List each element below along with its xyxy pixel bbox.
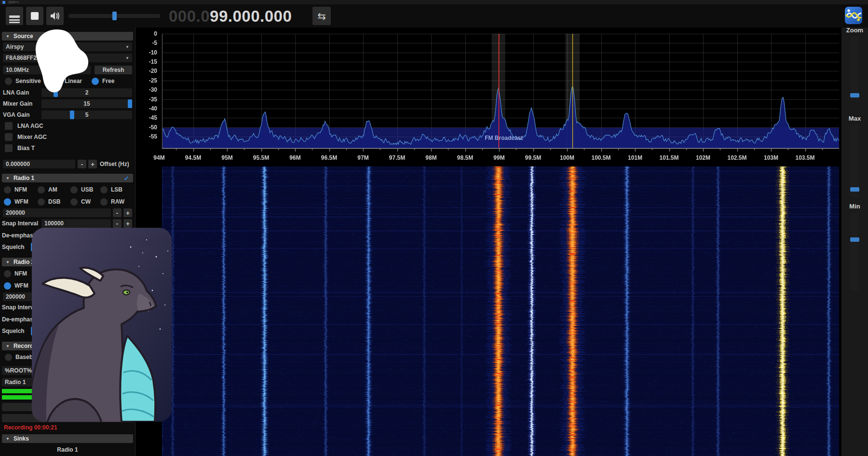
- mode-label: LSB: [111, 186, 122, 193]
- volume-mute-button[interactable]: [46, 7, 64, 25]
- fft-spectrum-plot[interactable]: [135, 28, 841, 166]
- gain-slider-2[interactable]: 5: [41, 111, 132, 119]
- radio2-mode-nfm[interactable]: NFM: [4, 269, 27, 278]
- radio-circle[interactable]: [4, 282, 11, 290]
- checkbox-lna-agc[interactable]: [5, 122, 13, 130]
- radio-circle[interactable]: [70, 198, 78, 206]
- enabled-check-icon[interactable]: ✓: [124, 175, 129, 182]
- radio-circle[interactable]: [100, 198, 108, 206]
- source-panel-header[interactable]: ▼ Source: [2, 32, 133, 41]
- chevron-down-icon: ▼: [125, 45, 129, 49]
- radio1-mode-wfm[interactable]: WFM: [4, 197, 28, 206]
- radio1-snap-minus-button[interactable]: -: [113, 219, 122, 228]
- mode-label: USB: [81, 186, 93, 193]
- mode-label: NFM: [14, 186, 27, 193]
- radio1-bandwidth-input[interactable]: 200000: [3, 208, 111, 217]
- window-titlebar: SDR++: [0, 0, 868, 4]
- gain-mode-linear[interactable]: Linear: [54, 77, 82, 85]
- checkbox-mixer-agc[interactable]: [5, 133, 13, 141]
- radio1-bw-minus-button[interactable]: -: [113, 208, 122, 217]
- radio1-snap-input[interactable]: 100000: [41, 219, 111, 228]
- mode-label: WFM: [14, 282, 28, 289]
- max-slider[interactable]: [851, 124, 859, 197]
- refresh-button[interactable]: Refresh: [95, 66, 132, 74]
- radio1-mode-am[interactable]: AM: [38, 185, 57, 194]
- radio-circle[interactable]: [4, 186, 11, 193]
- gain-value: 5: [41, 111, 132, 119]
- offset-input[interactable]: 0.000000: [3, 160, 75, 168]
- radio-circle[interactable]: [38, 186, 45, 193]
- radio1-mode-nfm[interactable]: NFM: [4, 185, 27, 194]
- radio1-mode-raw[interactable]: RAW: [100, 197, 124, 206]
- radio1-snap-plus-button[interactable]: +: [123, 219, 132, 228]
- window-title: SDR++: [8, 0, 19, 4]
- max-slider-handle[interactable]: [850, 187, 859, 192]
- stop-button[interactable]: [26, 7, 43, 25]
- app-icon: [2, 1, 5, 4]
- min-label: Min: [841, 203, 868, 210]
- frequency-leading-zeros: 000.0: [169, 7, 210, 26]
- recorder-path-value: %ROOT%/r: [5, 367, 36, 374]
- gain-value: 15: [41, 99, 132, 108]
- radio1-mode-cw[interactable]: CW: [70, 197, 91, 206]
- radio-circle[interactable]: [5, 78, 12, 85]
- radio-circle[interactable]: [4, 198, 11, 206]
- gain-mode-label: Free: [102, 78, 114, 84]
- frequency-display[interactable]: 000.099.000.000: [169, 6, 292, 27]
- radio1-squelch-label: Squelch: [2, 243, 25, 251]
- min-slider[interactable]: [851, 212, 859, 290]
- slider-handle[interactable]: [70, 111, 74, 119]
- source-serial-dropdown[interactable]: F8A868FF29 ▼: [3, 54, 132, 62]
- radio1-panel-header[interactable]: ▼Radio 1✓: [2, 174, 133, 182]
- collapse-arrow-icon: ▼: [6, 344, 10, 348]
- radio1-snap-label: Snap Interval: [2, 219, 38, 228]
- radio-circle[interactable]: [38, 198, 45, 206]
- slider-handle[interactable]: [128, 99, 132, 108]
- radio1-mode-lsb[interactable]: LSB: [100, 185, 122, 194]
- offset-plus-button[interactable]: +: [88, 160, 97, 168]
- waterfall-display[interactable]: [162, 166, 839, 456]
- radio2-squelch-label: Squelch: [2, 327, 25, 335]
- radio-circle[interactable]: [5, 354, 12, 361]
- stop-icon: [31, 12, 39, 20]
- gain-mode-label: Linear: [65, 78, 82, 84]
- radio2-mode-wfm[interactable]: WFM: [4, 281, 28, 290]
- gain-mode-sensitive[interactable]: Sensitive: [5, 77, 41, 85]
- radio-circle[interactable]: [4, 270, 11, 277]
- collapse-arrow-icon: ▼: [6, 260, 10, 264]
- radio1-panel-title: Radio 1: [14, 175, 34, 181]
- source-serial-value: F8A868FF29: [6, 55, 40, 61]
- max-label: Max: [841, 115, 868, 122]
- radio2-panel-title: Radio 2: [14, 259, 34, 265]
- zoom-label: Zoom: [841, 27, 868, 34]
- radio-circle[interactable]: [92, 78, 99, 85]
- menu-button[interactable]: [6, 7, 23, 25]
- sample-rate-dropdown[interactable]: 10.0MHz: [3, 66, 91, 74]
- radio1-mode-dsb[interactable]: DSB: [38, 197, 60, 206]
- checkbox-bias-t[interactable]: [5, 144, 13, 152]
- checkbox-label: LNA AGC: [17, 122, 43, 130]
- checkbox-label: Bias T: [17, 144, 35, 152]
- gain-slider-0[interactable]: 2: [41, 88, 132, 97]
- swap-vfo-button[interactable]: ⇆: [312, 7, 331, 25]
- slider-handle[interactable]: [54, 88, 58, 97]
- zoom-slider-handle[interactable]: [850, 93, 859, 97]
- mode-label: RAW: [111, 198, 124, 205]
- radio-circle[interactable]: [100, 186, 108, 193]
- volume-slider-handle[interactable]: [112, 12, 117, 20]
- volume-slider[interactable]: [68, 14, 160, 18]
- radio-circle[interactable]: [54, 78, 61, 85]
- chevron-down-icon: ▼: [125, 56, 129, 60]
- radio1-bw-plus-button[interactable]: +: [123, 208, 132, 217]
- source-device-dropdown[interactable]: Airspy ▼: [3, 42, 132, 51]
- zoom-slider[interactable]: [851, 37, 859, 100]
- radio-circle[interactable]: [70, 186, 78, 193]
- frequency-value: 99.000.000: [210, 7, 292, 26]
- offset-minus-button[interactable]: -: [78, 160, 86, 168]
- sinks-panel-header[interactable]: ▼ Sinks: [2, 434, 133, 443]
- min-slider-handle[interactable]: [850, 237, 859, 242]
- gain-slider-1[interactable]: 15: [41, 99, 132, 108]
- radio1-mode-usb[interactable]: USB: [70, 185, 93, 194]
- gain-mode-free[interactable]: Free: [92, 77, 114, 85]
- collapse-arrow-icon: ▼: [6, 176, 10, 180]
